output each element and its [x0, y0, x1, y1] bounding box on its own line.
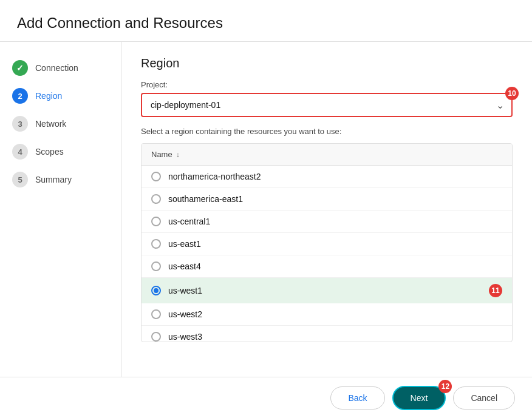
table-row[interactable]: us-east4 — [142, 255, 512, 278]
sidebar-label-summary: Summary — [35, 175, 72, 184]
annotation-badge-12: 12 — [438, 380, 452, 393]
table-row[interactable]: southamerica-east1 — [142, 188, 512, 211]
table-row[interactable]: us-central1 — [142, 211, 512, 233]
table-row[interactable]: northamerica-northeast2 — [142, 166, 512, 188]
sidebar-item-summary[interactable]: 5 Summary — [0, 166, 121, 194]
step-circle-region: 2 — [12, 88, 28, 104]
radio-button[interactable] — [151, 261, 161, 271]
radio-button[interactable] — [151, 239, 161, 249]
annotation-badge-10: 10 — [505, 87, 519, 100]
table-row[interactable]: us-west3 — [142, 326, 512, 342]
region-name: us-west2 — [168, 309, 202, 319]
radio-button[interactable] — [151, 172, 161, 181]
table-row[interactable]: us-east1 — [142, 233, 512, 255]
sidebar: ✓ Connection 2 Region 3 Network 4 Scopes… — [0, 42, 121, 411]
step-number-network: 3 — [18, 120, 22, 129]
table-row[interactable]: us-west111 — [142, 278, 512, 303]
radio-button[interactable] — [151, 332, 161, 342]
next-wrapper: Next 12 — [392, 386, 446, 410]
region-name: us-east4 — [168, 261, 201, 271]
sidebar-label-network: Network — [35, 119, 66, 129]
radio-button[interactable] — [151, 194, 161, 204]
sidebar-item-network[interactable]: 3 Network — [0, 110, 121, 138]
sort-arrow-icon: ↓ — [176, 150, 180, 159]
cancel-button[interactable]: Cancel — [453, 386, 515, 410]
radio-button[interactable] — [151, 217, 161, 226]
step-circle-summary: 5 — [12, 172, 28, 187]
region-name: northamerica-northeast2 — [168, 172, 261, 181]
main-layout: ✓ Connection 2 Region 3 Network 4 Scopes… — [0, 42, 532, 411]
content-area: Region Project: cip-deployment-01 ⌄ 10 S… — [121, 42, 532, 411]
column-name-label: Name — [151, 150, 172, 159]
region-name: us-central1 — [168, 217, 210, 226]
region-name: southamerica-east1 — [168, 194, 243, 204]
table-row[interactable]: us-west2 — [142, 303, 512, 326]
annotation-badge-11: 11 — [489, 284, 502, 297]
region-table: Name ↓ northamerica-northeast2southameri… — [141, 143, 513, 342]
project-select-wrapper: cip-deployment-01 ⌄ 10 — [141, 93, 513, 117]
step-number-scopes: 4 — [18, 147, 22, 157]
radio-button[interactable] — [151, 286, 161, 295]
select-description: Select a region containing the resources… — [141, 127, 513, 136]
sidebar-item-connection[interactable]: ✓ Connection — [0, 54, 121, 82]
check-icon: ✓ — [16, 63, 24, 73]
footer: Back Next 12 Cancel — [0, 377, 532, 418]
next-button[interactable]: Next — [392, 386, 446, 410]
sidebar-label-connection: Connection — [35, 63, 78, 73]
sidebar-item-region[interactable]: 2 Region — [0, 82, 121, 110]
radio-button[interactable] — [151, 309, 161, 319]
sidebar-label-scopes: Scopes — [35, 147, 64, 157]
page-title: Add Connection and Resources — [0, 0, 532, 42]
sidebar-label-region: Region — [35, 91, 62, 101]
region-name: us-west1 — [168, 286, 202, 295]
table-header: Name ↓ — [142, 144, 512, 166]
step-circle-network: 3 — [12, 116, 28, 132]
step-circle-scopes: 4 — [12, 144, 28, 160]
region-list: northamerica-northeast2southamerica-east… — [142, 166, 512, 342]
region-name: us-west3 — [168, 332, 202, 342]
step-circle-connection: ✓ — [12, 60, 28, 76]
project-label: Project: — [141, 80, 513, 89]
region-name: us-east1 — [168, 239, 201, 249]
project-select[interactable]: cip-deployment-01 — [141, 93, 513, 117]
step-number-region: 2 — [18, 92, 22, 101]
radio-inner-dot — [154, 288, 159, 293]
section-title: Region — [141, 56, 513, 70]
sidebar-item-scopes[interactable]: 4 Scopes — [0, 138, 121, 166]
step-number-summary: 5 — [18, 175, 22, 184]
back-button[interactable]: Back — [330, 386, 384, 410]
